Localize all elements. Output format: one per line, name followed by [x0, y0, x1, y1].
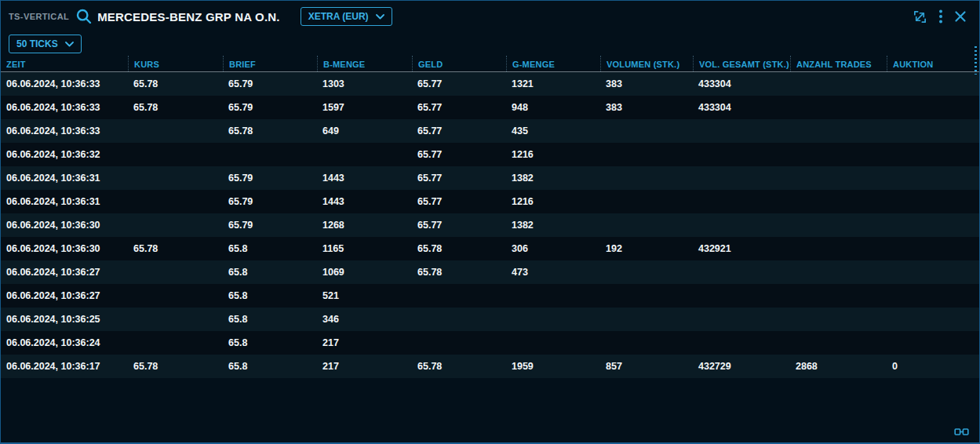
ticks-count-select[interactable]: 50 TICKS [9, 35, 82, 53]
cell-geld: 65.77 [412, 102, 506, 113]
cell-b_menge: 346 [317, 314, 412, 325]
cell-b_menge: 1597 [317, 102, 412, 113]
column-header-kurs: KURS [128, 56, 223, 71]
cell-brief: 65.8 [223, 361, 317, 372]
table-row[interactable]: 06.06.2024, 10:36:3365.7864965.77435 [1, 119, 979, 143]
cell-geld: 65.77 [412, 149, 506, 160]
cell-kurs: 65.78 [128, 243, 223, 254]
table-row[interactable]: 06.06.2024, 10:36:2765.8106965.78473 [1, 260, 979, 284]
cell-g_menge: 1382 [506, 173, 600, 184]
table-row[interactable]: 06.06.2024, 10:36:3365.7865.79130365.771… [1, 72, 979, 96]
table-row[interactable]: 06.06.2024, 10:36:1765.7865.821765.78195… [1, 355, 979, 378]
cell-b_menge: 1443 [317, 196, 412, 207]
cell-anzahl_trades: 2868 [790, 361, 887, 372]
cell-vol_gesamt_stk: 432729 [693, 361, 790, 372]
table-header-row: ZEITKURSBRIEFB-MENGEGELDG-MENGEVOLUMEN (… [1, 56, 979, 72]
cell-zeit: 06.06.2024, 10:36:33 [1, 126, 128, 136]
table-row[interactable]: 06.06.2024, 10:36:3165.79144365.771216 [1, 190, 979, 213]
cell-g_menge: 1321 [506, 78, 600, 89]
cell-zeit: 06.06.2024, 10:36:31 [1, 196, 128, 207]
cell-g_menge: 473 [506, 267, 600, 278]
cell-geld: 65.78 [412, 267, 506, 278]
cell-geld: 65.77 [412, 126, 506, 136]
menu-button[interactable] [938, 9, 943, 24]
cell-brief: 65.79 [223, 78, 317, 89]
cell-g_menge: 1216 [506, 149, 600, 160]
cell-brief: 65.8 [223, 290, 317, 301]
cell-volumen_stk: 383 [600, 102, 693, 113]
cell-geld: 65.77 [412, 173, 506, 184]
cell-brief: 65.8 [223, 314, 317, 325]
cell-zeit: 06.06.2024, 10:36:30 [1, 220, 128, 231]
instrument-title: MERCEDES-BENZ GRP NA O.N. [97, 10, 280, 24]
cell-zeit: 06.06.2024, 10:36:27 [1, 290, 128, 301]
widget-type-label: TS-VERTICAL [9, 12, 69, 21]
search-icon [75, 8, 93, 25]
column-header-brief: BRIEF [223, 56, 317, 71]
table-row[interactable]: 06.06.2024, 10:36:2465.8217 [1, 331, 979, 355]
search-button[interactable] [75, 8, 93, 25]
cell-zeit: 06.06.2024, 10:36:27 [1, 267, 128, 278]
cell-geld: 65.77 [412, 196, 506, 207]
link-windows-button[interactable] [954, 427, 969, 437]
cell-g_menge: 435 [506, 126, 600, 136]
table-body: 06.06.2024, 10:36:3365.7865.79130365.771… [1, 72, 979, 378]
cell-brief: 65.8 [223, 243, 317, 254]
cell-brief: 65.79 [223, 102, 317, 113]
cell-brief: 65.8 [223, 267, 317, 278]
exchange-select[interactable]: XETRA (EUR) [301, 7, 392, 26]
close-button[interactable] [954, 10, 967, 23]
expand-icon [913, 9, 927, 24]
cell-b_menge: 1165 [317, 243, 412, 254]
column-header-vol_gesamt_stk: VOL. GESAMT (STK.) [693, 56, 790, 71]
cell-zeit: 06.06.2024, 10:36:33 [1, 78, 128, 89]
table-row[interactable]: 06.06.2024, 10:36:3165.79144365.771382 [1, 166, 979, 190]
cell-volumen_stk: 192 [600, 243, 693, 254]
table-row[interactable]: 06.06.2024, 10:36:3065.79126865.771382 [1, 213, 979, 237]
cell-b_menge: 1069 [317, 267, 412, 278]
column-header-volumen_stk: VOLUMEN (STK.) [600, 56, 693, 71]
vertical-scrollbar-thumb[interactable] [975, 46, 977, 75]
chevron-down-icon [65, 42, 74, 47]
cell-kurs: 65.78 [128, 361, 223, 372]
window-controls [913, 9, 967, 24]
cell-g_menge: 306 [506, 243, 600, 254]
cell-brief: 65.79 [223, 196, 317, 207]
cell-zeit: 06.06.2024, 10:36:33 [1, 102, 128, 113]
cell-brief: 65.79 [223, 173, 317, 184]
cell-vol_gesamt_stk: 432921 [693, 243, 790, 254]
cell-kurs: 65.78 [128, 78, 223, 89]
cell-volumen_stk: 383 [600, 78, 693, 89]
cell-brief: 65.8 [223, 337, 317, 348]
column-header-b_menge: B-MENGE [317, 56, 412, 71]
column-header-auktion: AUKTION [887, 56, 979, 71]
cell-g_menge: 1382 [506, 220, 600, 231]
table-row[interactable]: 06.06.2024, 10:36:2565.8346 [1, 308, 979, 331]
link-icon [954, 427, 969, 437]
cell-b_menge: 649 [317, 126, 412, 136]
cell-kurs: 65.78 [128, 102, 223, 113]
cell-b_menge: 1443 [317, 173, 412, 184]
ticks-count-value: 50 TICKS [16, 38, 58, 49]
kebab-menu-icon [938, 9, 943, 24]
table-row[interactable]: 06.06.2024, 10:36:3365.7865.79159765.779… [1, 96, 979, 119]
cell-zeit: 06.06.2024, 10:36:24 [1, 337, 128, 348]
table-row[interactable]: 06.06.2024, 10:36:3065.7865.8116565.7830… [1, 237, 979, 260]
cell-b_menge: 1303 [317, 78, 412, 89]
expand-button[interactable] [913, 9, 927, 24]
cell-auktion: 0 [887, 361, 979, 372]
cell-b_menge: 217 [317, 361, 412, 372]
cell-geld: 65.77 [412, 78, 506, 89]
exchange-select-value: XETRA (EUR) [308, 11, 369, 22]
table-row[interactable]: 06.06.2024, 10:36:3265.771216 [1, 143, 979, 166]
cell-b_menge: 1268 [317, 220, 412, 231]
cell-vol_gesamt_stk: 433304 [693, 102, 790, 113]
cell-geld: 65.78 [412, 243, 506, 254]
cell-b_menge: 217 [317, 337, 412, 348]
table-row[interactable]: 06.06.2024, 10:36:2765.8521 [1, 284, 979, 308]
cell-g_menge: 1216 [506, 196, 600, 207]
cell-geld: 65.78 [412, 361, 506, 372]
cell-zeit: 06.06.2024, 10:36:31 [1, 173, 128, 184]
cell-g_menge: 1959 [506, 361, 600, 372]
ticks-toolbar: 50 TICKS [1, 32, 979, 56]
